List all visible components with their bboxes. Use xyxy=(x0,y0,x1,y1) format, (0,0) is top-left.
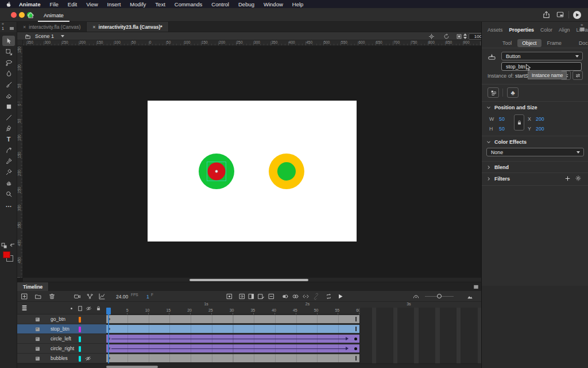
stepper-icon[interactable] xyxy=(463,33,467,39)
play-icon[interactable] xyxy=(336,293,344,300)
fps-value[interactable]: 24.00 xyxy=(116,294,128,300)
color-effects-select[interactable]: None xyxy=(486,148,584,156)
reset-colors-icon[interactable] xyxy=(9,240,16,251)
hide-column-icon[interactable] xyxy=(86,305,92,312)
layer-row-circle_right[interactable]: circle_right xyxy=(17,344,106,354)
collapse-arrows[interactable]: « xyxy=(2,22,4,26)
track-row-circle_right[interactable] xyxy=(106,344,481,354)
line-tool[interactable] xyxy=(2,112,15,122)
layer-color-swatch[interactable] xyxy=(79,317,81,323)
swap-colors-icon[interactable] xyxy=(1,240,8,251)
layer-color-swatch[interactable] xyxy=(79,336,81,342)
text-tool[interactable]: T xyxy=(2,134,15,144)
doc-tab[interactable]: ×interactivity23.fla (Canvas)* xyxy=(87,22,168,32)
pasteboard[interactable] xyxy=(23,46,481,278)
menu-window[interactable]: Window xyxy=(259,1,288,7)
layer-color-swatch[interactable] xyxy=(79,346,81,352)
doc-tab[interactable]: ×interactivity.fla (Canvas) xyxy=(17,22,87,32)
menu-animate[interactable]: Animate xyxy=(14,1,45,7)
parenting-view-icon[interactable] xyxy=(86,293,94,300)
panel-tab-color[interactable]: Color xyxy=(540,27,552,33)
timeline-panel-menu-icon[interactable] xyxy=(473,284,479,290)
screen-mode-icon[interactable] xyxy=(556,10,564,19)
fluid-brush-tool[interactable] xyxy=(2,68,15,79)
filters-header[interactable]: Filters xyxy=(486,176,510,182)
selection-tool[interactable] xyxy=(2,36,15,46)
swap-symbol-button[interactable] xyxy=(572,71,583,80)
menu-commands[interactable]: Commands xyxy=(170,1,207,7)
track-row-stop_btn[interactable] xyxy=(106,324,481,334)
w-value[interactable]: 50 xyxy=(499,116,505,122)
onion-outline-icon[interactable] xyxy=(292,293,299,300)
subtab-doc[interactable]: Doc xyxy=(574,39,588,47)
close-window-button[interactable] xyxy=(11,12,17,18)
playhead[interactable] xyxy=(106,308,111,315)
layer-row-stop_btn[interactable]: stop_btn xyxy=(17,324,106,334)
track-row-go_btn[interactable] xyxy=(106,315,481,324)
timeline-hscrollbar[interactable] xyxy=(17,363,481,368)
more-tools[interactable]: … xyxy=(2,200,15,210)
frame-span[interactable] xyxy=(106,325,359,333)
layer-row-bubbles[interactable]: bubbles xyxy=(17,354,106,363)
add-filter-icon[interactable] xyxy=(564,175,571,182)
position-options-button[interactable] xyxy=(488,87,499,98)
scene-name[interactable]: Scene 1 xyxy=(35,33,54,39)
share-icon[interactable] xyxy=(542,10,551,19)
go-button-circle[interactable] xyxy=(269,154,304,189)
subtab-object[interactable]: Object xyxy=(517,39,541,47)
frame-span[interactable] xyxy=(106,315,359,323)
close-icon[interactable]: × xyxy=(92,24,95,30)
stage[interactable] xyxy=(148,101,357,241)
lasso-tool[interactable] xyxy=(2,57,15,68)
x-value[interactable]: 200 xyxy=(536,116,544,122)
menu-modify[interactable]: Modify xyxy=(125,1,150,7)
layer-name[interactable]: bubbles xyxy=(51,355,68,361)
panel-menu-icon[interactable] xyxy=(579,26,585,32)
center-stage-icon[interactable] xyxy=(428,33,435,40)
fill-color-swatch[interactable] xyxy=(3,251,10,258)
layer-name[interactable]: stop_btn xyxy=(51,326,69,332)
close-icon[interactable]: × xyxy=(23,24,26,30)
position-size-header[interactable]: Position and Size xyxy=(486,105,537,110)
new-layer-icon[interactable] xyxy=(21,293,28,300)
layer-hidden-icon[interactable] xyxy=(85,355,91,362)
layer-color-swatch[interactable] xyxy=(79,327,81,332)
scene-chevron-icon[interactable] xyxy=(61,35,64,37)
menu-control[interactable]: Control xyxy=(207,1,234,7)
timeline-zoom-icon[interactable] xyxy=(466,293,474,300)
show-all-column-icon[interactable] xyxy=(71,308,72,309)
frame-span[interactable] xyxy=(106,354,359,362)
transform-point[interactable] xyxy=(215,170,218,172)
subtab-frame[interactable]: Frame xyxy=(543,39,566,47)
test-movie-icon[interactable] xyxy=(572,10,582,20)
h-value[interactable]: 50 xyxy=(499,126,505,132)
new-folder-icon[interactable] xyxy=(34,293,42,300)
layer-name[interactable]: circle_right xyxy=(51,346,74,351)
lock-column-icon[interactable] xyxy=(95,305,102,312)
y-value[interactable]: 200 xyxy=(536,126,544,132)
classic-brush-tool[interactable] xyxy=(2,79,15,90)
menu-insert[interactable]: Insert xyxy=(103,1,126,7)
canvas-hscroll-thumb[interactable] xyxy=(189,279,308,281)
insert-frame-icon[interactable] xyxy=(247,293,255,300)
frame-span[interactable] xyxy=(106,344,359,352)
layer-color-swatch[interactable] xyxy=(79,356,81,362)
auto-keyframe-icon[interactable] xyxy=(257,293,265,300)
insert-keyframe-icon[interactable] xyxy=(226,293,233,300)
zoom-tool[interactable] xyxy=(2,189,15,199)
panel-tab-align[interactable]: Align xyxy=(559,27,570,33)
puppet-pin-tool[interactable] xyxy=(2,167,15,177)
menu-debug[interactable]: Debug xyxy=(234,1,259,7)
layer-name[interactable]: go_btn xyxy=(51,316,65,322)
delete-icon[interactable] xyxy=(48,293,56,300)
apple-icon[interactable] xyxy=(5,1,12,8)
rectangle-tool[interactable] xyxy=(2,101,15,112)
graph-icon[interactable] xyxy=(98,293,106,300)
frame-track-area[interactable] xyxy=(106,315,481,363)
layer-row-go_btn[interactable]: go_btn xyxy=(17,315,106,324)
minimize-window-button[interactable] xyxy=(19,12,25,18)
blend-header[interactable]: Blend xyxy=(486,164,509,170)
eyedropper-tool[interactable] xyxy=(2,156,15,166)
link-frames-icon[interactable] xyxy=(312,293,320,300)
current-frame-value[interactable]: 1 xyxy=(146,294,149,300)
